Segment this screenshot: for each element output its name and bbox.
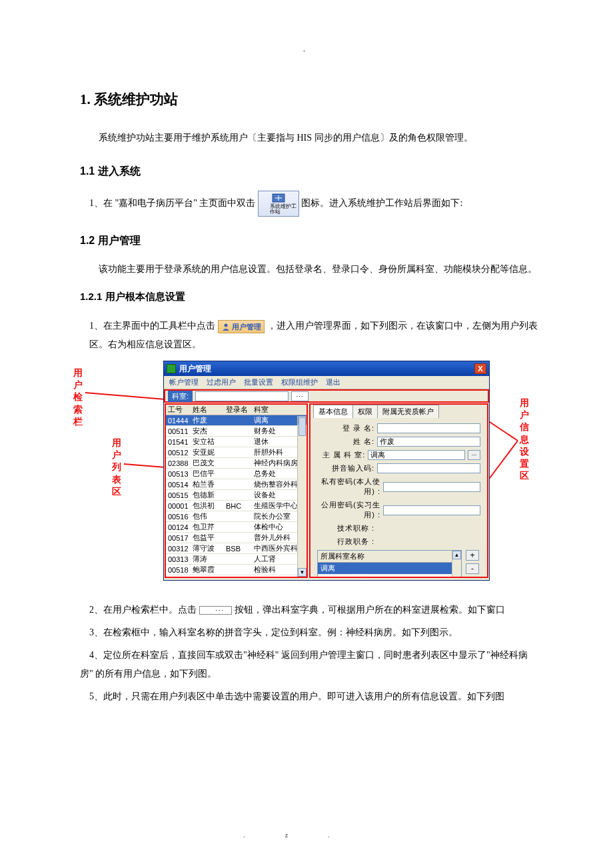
user-list-row[interactable]: 00511安杰财务处 bbox=[166, 426, 306, 437]
user-list-row[interactable]: 00516包伟院长办公室 bbox=[166, 511, 306, 522]
dept-search-input[interactable] bbox=[195, 391, 289, 401]
window-titlebar[interactable]: 用户管理 X bbox=[164, 361, 489, 376]
user-list-row[interactable]: 00313薄涛人工肾 bbox=[166, 554, 306, 565]
add-dept-button[interactable]: + bbox=[466, 550, 479, 561]
step-1-2-1-2: 2、在用户检索栏中。点击 ··· 按钮，弹出科室字典，可根据用户所在的科室进展检… bbox=[80, 601, 540, 619]
user-list-row[interactable]: 00515包德新设备处 bbox=[166, 490, 306, 501]
dept-picker-button[interactable]: ··· bbox=[468, 450, 480, 460]
heading-1-1: 1.1 进入系统 bbox=[80, 165, 540, 179]
user-list-row[interactable]: 00312薄守波BSB中西医外宾科 bbox=[166, 543, 306, 554]
person-icon bbox=[221, 323, 231, 331]
label-tech-title: 技术职称 : bbox=[317, 523, 374, 533]
user-list-row[interactable]: 01444作废调离 bbox=[166, 415, 306, 426]
dept-list-row[interactable]: 调离 bbox=[318, 563, 461, 575]
user-form: 登 录 名: 姓 名: 主 属 科 室:··· 拼音输入码: 私有密码(本人使用… bbox=[310, 418, 487, 578]
icon-label-line2: 作站 bbox=[261, 209, 297, 215]
page-footer: .z. bbox=[0, 831, 613, 839]
callout-user-list: 用户列表区 bbox=[112, 437, 121, 498]
user-list-row[interactable]: 00517包益平普外儿外科 bbox=[166, 533, 306, 543]
para-1-2-a: 该功能主要用于登录系统的用户信息设置。包括登录名、登录口令、身份所属科室、功能模… bbox=[80, 260, 540, 279]
close-button[interactable]: X bbox=[474, 363, 486, 374]
user-list-row[interactable]: 00518鲍翠霞检验科 bbox=[166, 565, 306, 575]
svg-line-4 bbox=[488, 441, 518, 481]
toolbar-button-label: 用户管理 bbox=[232, 323, 261, 331]
grid-scrollbar[interactable]: ▲ ▼ bbox=[297, 416, 306, 577]
user-list-row[interactable]: 00124包卫芹体检中心 bbox=[166, 522, 306, 533]
search-label: 科室: bbox=[168, 391, 193, 402]
dept-list-row[interactable]: 神经内科病房 bbox=[318, 575, 461, 578]
step-text-before: 1、在 "嘉和电子病历平台" 主页面中双击 bbox=[89, 198, 255, 208]
system-maintenance-icon: 系统维护工 作站 bbox=[258, 191, 299, 217]
user-list-row[interactable]: 00514柏兰香烧伤整容外科 bbox=[166, 479, 306, 490]
user-list-row[interactable]: 00513巴信平总务处 bbox=[166, 469, 306, 479]
svg-line-3 bbox=[124, 464, 165, 467]
heading-1: 1. 系统维护功站 bbox=[80, 90, 540, 109]
step-text-after: 图标。进入系统维护工作站后界面如下: bbox=[301, 198, 462, 208]
label-admin-title: 行政职务 : bbox=[317, 537, 374, 547]
tab-sub-account[interactable]: 附属无资质帐户 bbox=[377, 405, 439, 418]
step-1-2-1-3: 3、在检索框中，输入科室名称的拼音字头，定位到科室。例：神经科病房。如下列图示。 bbox=[80, 623, 540, 642]
step-text-after: 按钮，弹出科室字典，可根据用户所在的科室进展检索。如下窗口 bbox=[235, 605, 505, 615]
menu-item-permission[interactable]: 权限组维护 bbox=[281, 377, 318, 387]
grid-header-dept: 科室 bbox=[254, 405, 306, 415]
tab-bar: 基本信息 权限 附属无资质帐户 bbox=[310, 405, 487, 418]
grid-body: 01444作废调离00511安杰财务处01541安立祜退休00512安亚妮肝胆外… bbox=[166, 415, 306, 575]
step-1-2-1-4: 4、定位所在科室后，直接回车或双击"神经科" 返回到用户管理主窗口，同时患者列表… bbox=[80, 646, 540, 683]
callout-info-set: 用户信息设置区 bbox=[520, 397, 529, 482]
footer-left: . bbox=[243, 831, 285, 839]
input-name[interactable] bbox=[377, 437, 480, 447]
user-management-toolbar-button: 用户管理 bbox=[218, 320, 265, 333]
grid-header-row: 工号 姓名 登录名 科室 bbox=[166, 405, 306, 415]
tab-permission[interactable]: 权限 bbox=[352, 405, 378, 418]
menu-item-account[interactable]: 帐户管理 bbox=[169, 377, 199, 387]
lookup-dots-button-inline: ··· bbox=[199, 606, 233, 615]
dept-lookup-button[interactable]: ··· bbox=[291, 391, 308, 401]
dept-add-remove-buttons: + - bbox=[466, 550, 479, 574]
input-dept[interactable] bbox=[368, 450, 465, 460]
label-login-name: 登 录 名: bbox=[317, 423, 374, 433]
user-list-pane: 工号 姓名 登录名 科室 01444作废调离00511安杰财务处01541安立祜… bbox=[165, 403, 308, 578]
user-info-pane: 基本信息 权限 附属无资质帐户 登 录 名: 姓 名: 主 属 科 室:··· … bbox=[309, 403, 488, 578]
search-bar: 科室: ··· bbox=[164, 389, 489, 403]
menu-item-exit[interactable]: 退出 bbox=[326, 377, 340, 387]
window-title: 用户管理 bbox=[179, 363, 474, 375]
grid-header-name: 姓名 bbox=[193, 405, 226, 415]
user-list-row[interactable]: 00512安亚妮肝胆外科 bbox=[166, 447, 306, 458]
menu-item-filter[interactable]: 过虑用户 bbox=[207, 377, 236, 387]
footer-right: z. bbox=[285, 831, 370, 839]
tab-basic-info[interactable]: 基本信息 bbox=[313, 405, 353, 418]
svg-point-1 bbox=[224, 323, 227, 327]
dept-list-header: 所属科室名称 bbox=[318, 551, 461, 563]
heading-1-2: 1.2 用户管理 bbox=[80, 234, 540, 248]
input-public-pwd[interactable] bbox=[383, 505, 480, 515]
label-private-pwd: 私有密码(本人使用) : bbox=[317, 477, 380, 497]
input-private-pwd[interactable] bbox=[383, 482, 480, 492]
user-list-row[interactable]: 02388巴茂文神经内科病房 bbox=[166, 458, 306, 469]
step-1-2-1-1: 1、在主界面中的工具栏中点击 用户管理 ，进入用户管理界面，如下列图示，在该窗口… bbox=[80, 317, 540, 354]
label-dept: 主 属 科 室: bbox=[317, 450, 365, 460]
label-public-pwd: 公用密码(实习生用) : bbox=[317, 500, 380, 520]
scroll-up-button[interactable]: ▲ bbox=[452, 551, 461, 559]
user-list-row[interactable]: 00001包洪初BHC生殖医学中心 bbox=[166, 501, 306, 511]
step-text-before: 2、在用户检索栏中。点击 bbox=[89, 605, 197, 615]
step-1-1-1: 1、在 "嘉和电子病历平台" 主页面中双击 系统维护工 作站 图标。进入系统维护… bbox=[80, 191, 540, 217]
step-text-before: 1、在主界面中的工具栏中点击 bbox=[89, 321, 215, 331]
menu-bar: 帐户管理 过虑用户 批量设置 权限组维护 退出 bbox=[164, 376, 489, 389]
input-pinyin[interactable] bbox=[377, 463, 480, 473]
grid-header-id: 工号 bbox=[166, 405, 193, 415]
callout-search-bar: 用户检索栏 bbox=[73, 367, 83, 428]
label-pinyin: 拼音输入码: bbox=[317, 463, 374, 473]
input-login-name[interactable] bbox=[377, 423, 480, 433]
menu-item-batch[interactable]: 批量设置 bbox=[244, 377, 273, 387]
window-icon bbox=[167, 364, 176, 373]
user-list-row[interactable]: 01541安立祜退休 bbox=[166, 437, 306, 447]
remove-dept-button[interactable]: - bbox=[466, 563, 479, 574]
step-1-2-1-5: 5、此时，只需在用户列表区中单击选中需要设置的用户。即可进入该用户的所有信息设置… bbox=[80, 687, 540, 706]
svg-line-2 bbox=[85, 393, 165, 399]
user-management-window: 用户管理 X 帐户管理 过虑用户 批量设置 权限组维护 退出 科室: ··· 工… bbox=[163, 361, 490, 581]
label-name: 姓 名: bbox=[317, 437, 374, 447]
scroll-thumb[interactable] bbox=[299, 417, 306, 436]
user-management-screenshot: 用户检索栏 用户列表区 用户信息设置区 用户管理 X 帐户管理 过虑用户 批量设… bbox=[80, 361, 540, 587]
scroll-down-button[interactable]: ▼ bbox=[298, 568, 306, 577]
dept-scrollbar[interactable]: ▲ ▼ bbox=[452, 551, 461, 578]
